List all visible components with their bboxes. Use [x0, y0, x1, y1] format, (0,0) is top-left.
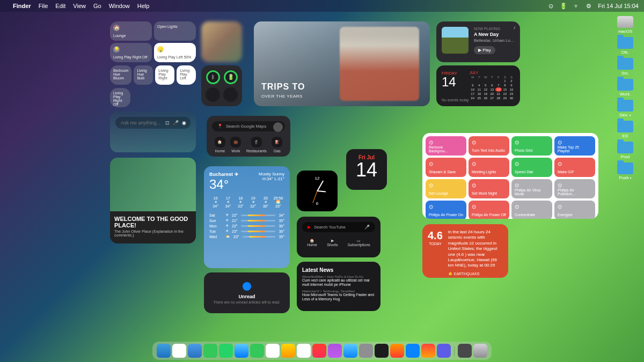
- photos-memories-widget[interactable]: TRIPS TO OVER THE YEARS: [254, 21, 430, 106]
- home-lounge[interactable]: 🏠Lounge: [110, 21, 152, 41]
- photo-widget-small[interactable]: [201, 21, 242, 62]
- shortcut-tile[interactable]: ⊙Photo Grid: [511, 136, 552, 156]
- shortcut-tile[interactable]: ⊙Concentrate: [511, 201, 552, 219]
- dock-safari[interactable]: [188, 344, 202, 358]
- shortcut-tile[interactable]: ⊙Meeting Lights: [469, 158, 509, 177]
- dock-trash[interactable]: [473, 344, 487, 358]
- dock-mail[interactable]: [235, 344, 248, 358]
- dock-app[interactable]: [375, 344, 389, 358]
- dock-app[interactable]: [172, 344, 186, 358]
- battery-icon[interactable]: 🔋: [560, 3, 567, 10]
- mini-calendar: MTWTFSS 12 3456789 10111213141516 171819…: [470, 76, 515, 100]
- home-play-right-off-2[interactable]: Living Play Right Off: [110, 88, 130, 107]
- mic-icon[interactable]: 🎤: [364, 225, 370, 230]
- battery-widget[interactable]: ᛒ 🔋: [201, 65, 242, 106]
- shortcut-tile[interactable]: ⊙Make GIF: [554, 158, 595, 177]
- maps-restaurants[interactable]: 🍴Restaurants: [246, 137, 267, 153]
- menu-go[interactable]: Go: [93, 3, 101, 9]
- scan-icon[interactable]: ⊡: [165, 120, 170, 125]
- clock-widget[interactable]: [297, 171, 338, 211]
- app-name[interactable]: Finder: [13, 3, 31, 9]
- mic-icon[interactable]: 🎤: [173, 120, 179, 125]
- control-center-icon[interactable]: ⚙: [586, 3, 591, 10]
- siri-icon[interactable]: ◉: [182, 120, 186, 125]
- dock-downloads[interactable]: [458, 344, 472, 358]
- maps-home[interactable]: 🏠Home: [215, 137, 225, 153]
- shortcut-tile[interactable]: ⊙Make Top 25 Playlist: [554, 136, 595, 156]
- home-bedroom-bloom[interactable]: Bedroom Hue Bloom: [110, 65, 131, 85]
- maps-work[interactable]: 💼Work: [230, 137, 241, 153]
- home-play-left-on[interactable]: 💡Living Play Left 50%: [154, 43, 196, 62]
- maps-gas[interactable]: ⛽Gas: [272, 137, 282, 153]
- dock-app[interactable]: [421, 344, 435, 358]
- folder-dev[interactable]: Dev. •: [611, 100, 640, 117]
- shortcut-tile[interactable]: ⊙Energize: [554, 201, 595, 219]
- status-icon[interactable]: ⊙: [548, 3, 553, 10]
- shortcuts-widget[interactable]: ⊙Remove Backgrou…⊙Turn Text Into Audio⊙P…: [422, 133, 598, 219]
- weather-widget[interactable]: Bucharest ✈34° Mostly SunnyH:34° L:21° 1…: [204, 166, 290, 268]
- menu-file[interactable]: File: [39, 3, 48, 9]
- dock-app[interactable]: [390, 344, 404, 358]
- yt-subs[interactable]: ▭Subscriptions: [348, 239, 370, 247]
- disk-macos[interactable]: macOS: [611, 16, 640, 34]
- shortcut-tile[interactable]: ⊙Philips Air Virus Mode: [511, 179, 552, 198]
- dock-finder[interactable]: [157, 344, 171, 358]
- news-widget[interactable]: Latest News iMore/9to5Mac > How-To/Fix &…: [297, 262, 380, 311]
- dock-calendar[interactable]: [266, 344, 280, 358]
- avatar[interactable]: [273, 122, 283, 132]
- menu-edit[interactable]: Edit: [55, 3, 65, 9]
- dock-podcasts[interactable]: [328, 344, 342, 358]
- folder-push[interactable]: Push •: [611, 162, 640, 180]
- shortcut-tile[interactable]: ⊙Philips Air Power On: [426, 201, 466, 219]
- shortcut-tile[interactable]: ⊙Remove Backgrou…: [426, 136, 466, 156]
- menu-view[interactable]: View: [73, 3, 86, 9]
- youtube-search[interactable]: ▶ Search YouTube 🎤: [302, 222, 375, 232]
- wifi-icon[interactable]: ᯤ: [574, 3, 580, 9]
- news-item[interactable]: iMore/9to5Mac > How-To/Fix & How-To-Do C…: [302, 275, 375, 287]
- folder-ofc[interactable]: Ofc.: [611, 37, 640, 55]
- menu-window[interactable]: Window: [109, 3, 130, 9]
- home-play-right[interactable]: Living Play Right: [155, 65, 174, 85]
- shortcut-tile[interactable]: ⊙Set Work Night: [469, 179, 509, 198]
- home-play-left[interactable]: Living Play Left: [177, 65, 196, 85]
- home-play-right-off[interactable]: 💡Living Play Right Off: [110, 43, 152, 62]
- folder-src[interactable]: Src.: [611, 58, 640, 76]
- youtube-widget[interactable]: ▶ Search YouTube 🎤 🏠Home ▶Shorts ▭Subscr…: [297, 217, 380, 257]
- dock-messages[interactable]: [203, 344, 217, 358]
- menu-help[interactable]: Help: [137, 3, 150, 9]
- reddit-widget[interactable]: WELCOME TO THE GOOD PLACE! The John Oliv…: [110, 158, 196, 243]
- folder-es[interactable]: ES: [611, 121, 640, 138]
- shortcut-tile[interactable]: ⊙Turn Text Into Audio: [469, 136, 509, 156]
- maps-widget[interactable]: 📍 Search Google Maps 🏠Home 💼Work 🍴Restau…: [207, 116, 290, 157]
- shortcut-tile[interactable]: ⊙Shazam & Save: [426, 158, 466, 177]
- dock-reminders[interactable]: [297, 344, 311, 358]
- folder-prod[interactable]: Prod: [611, 142, 640, 159]
- play-button[interactable]: ▶ Play: [474, 46, 495, 54]
- news-item[interactable]: MakeUseOf > Technology, Simplified. How …: [302, 290, 375, 302]
- dock-app[interactable]: [437, 344, 451, 358]
- unread-widget[interactable]: Unread There are no unread articles left…: [204, 272, 290, 313]
- dock-appstore[interactable]: [343, 344, 357, 358]
- dock-music[interactable]: [312, 344, 326, 358]
- dock-whatsapp[interactable]: [219, 344, 233, 358]
- calendar-widget[interactable]: FRIDAY 14 No events today JULY MTWTFSS 1…: [436, 65, 520, 106]
- home-living-bulb[interactable]: Living Hue Bulb: [134, 65, 153, 85]
- shortcut-tile[interactable]: ⊙Philips Air Pollution…: [554, 179, 595, 198]
- date-widget[interactable]: Fri Jul 14: [346, 149, 387, 190]
- clock[interactable]: Fri 14 Jul 15:04: [598, 3, 639, 9]
- yt-home[interactable]: 🏠Home: [307, 239, 317, 247]
- shortcut-tile[interactable]: ⊙Philips Air Power Off: [469, 201, 509, 219]
- siri-widget[interactable]: ⊡ 🎤 ◉: [110, 112, 196, 152]
- earthquake-widget[interactable]: 4.6 TODAY In the last 24 hours 24 seismi…: [422, 224, 508, 278]
- dock-facetime[interactable]: [250, 344, 264, 358]
- yt-shorts[interactable]: ▶Shorts: [327, 239, 338, 247]
- shortcut-tile[interactable]: ⊙Speed Dial: [511, 158, 552, 177]
- home-open-lights[interactable]: Open Lights: [154, 21, 196, 41]
- dock-settings[interactable]: [359, 344, 373, 358]
- music-widget[interactable]: NOW PLAYING A New Day Bellestar, Urban L…: [436, 21, 520, 62]
- shortcut-tile[interactable]: ⊙Set Lounge: [426, 179, 466, 198]
- dock-app[interactable]: [406, 344, 420, 358]
- maps-search[interactable]: 📍 Search Google Maps: [212, 121, 285, 131]
- dock-app[interactable]: [281, 344, 295, 358]
- folder-work[interactable]: Work.: [611, 79, 640, 97]
